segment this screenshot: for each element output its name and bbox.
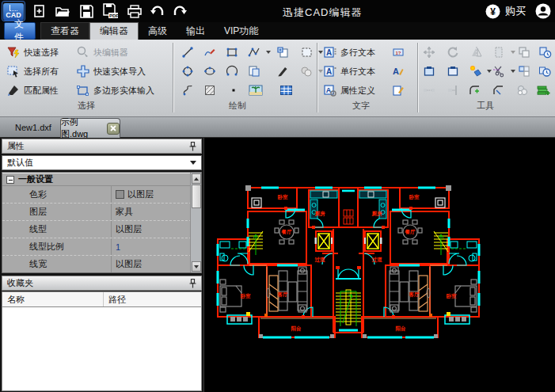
property-name: 线型比例 xyxy=(2,238,112,255)
draw-group-label: 绘制 xyxy=(229,100,246,112)
time-copy-button[interactable] xyxy=(538,44,552,60)
edit-text-button[interactable] xyxy=(391,82,405,98)
triangle-up-icon xyxy=(194,177,199,181)
dimension-button[interactable] xyxy=(422,82,436,98)
align-button[interactable] xyxy=(446,82,460,98)
multiline-text-button[interactable]: A 多行文本 xyxy=(323,44,375,60)
plus-cross-icon xyxy=(76,65,90,78)
scrollbar-thumb[interactable] xyxy=(192,185,201,208)
draw-pen-button[interactable] xyxy=(276,63,290,79)
print-button[interactable] xyxy=(124,2,145,21)
property-name: 图层 xyxy=(2,204,112,220)
menu-vip[interactable]: VIP功能 xyxy=(215,22,268,40)
draw-circle-button[interactable] xyxy=(181,63,195,79)
menu-output[interactable]: 输出 xyxy=(177,22,215,40)
singleline-text-button[interactable]: A 单行文本 xyxy=(323,63,375,79)
paste-special-button[interactable] xyxy=(446,63,460,79)
svg-text:A: A xyxy=(393,67,399,76)
save-as-pdf-button[interactable]: PDF xyxy=(100,2,120,21)
tab-close-button[interactable] xyxy=(107,123,120,135)
insert-image-button[interactable] xyxy=(249,82,263,98)
buy-button[interactable]: 购买 xyxy=(505,4,526,18)
user-account-icon[interactable] xyxy=(534,2,552,20)
draw-hatch-button[interactable] xyxy=(203,82,217,98)
insert-block-icon xyxy=(276,46,290,59)
move-tool-button[interactable] xyxy=(422,44,436,60)
property-category-row[interactable]: 一般设置 xyxy=(2,173,192,186)
draw-line-button[interactable] xyxy=(181,44,195,60)
text-style-button[interactable]: A xyxy=(391,63,405,79)
polygon-entity-input-button[interactable]: 多边形实体输入 xyxy=(76,82,154,98)
trim-button[interactable] xyxy=(492,63,515,79)
paste-button[interactable] xyxy=(422,63,436,79)
redo-button[interactable] xyxy=(169,2,190,21)
erase-button[interactable] xyxy=(468,63,492,79)
draw-arc-button[interactable] xyxy=(225,63,239,79)
room-label: 餐厅 xyxy=(281,229,293,235)
draw-rectangle-button[interactable] xyxy=(225,44,239,60)
properties-scrollbar[interactable] xyxy=(190,173,201,272)
mirror-tool-button[interactable] xyxy=(469,44,484,60)
attribute-define-icon: A xyxy=(323,84,337,97)
pin-icon[interactable] xyxy=(189,279,196,288)
rotate-tool-button[interactable] xyxy=(446,44,460,60)
pin-icon[interactable] xyxy=(189,142,196,151)
property-row-lineweight[interactable]: 线宽 以图层 xyxy=(2,256,192,273)
library-button[interactable] xyxy=(536,82,550,98)
match-properties-button[interactable]: 匹配属性 xyxy=(6,82,59,98)
draw-sketch-button[interactable] xyxy=(203,44,217,60)
time-view-button[interactable] xyxy=(538,63,552,79)
property-row-color[interactable]: 色彩 以图层 xyxy=(2,186,192,204)
group-button[interactable] xyxy=(517,63,531,79)
region-button[interactable] xyxy=(299,63,323,79)
open-file-button[interactable] xyxy=(52,2,73,21)
eraser-spark-icon xyxy=(468,65,482,78)
draw-polyline-button[interactable] xyxy=(247,44,271,60)
draw-boundary-button[interactable] xyxy=(299,44,323,60)
scroll-up-button[interactable] xyxy=(192,173,201,184)
attribute-define-button[interactable]: A 属性定义 xyxy=(323,82,375,98)
draw-ellipse-button[interactable] xyxy=(203,63,217,79)
draw-point-button[interactable] xyxy=(226,82,241,98)
preset-dropdown[interactable]: 默认值 xyxy=(2,155,202,170)
svg-text:PDF: PDF xyxy=(109,13,119,18)
offset-tool-button[interactable] xyxy=(492,44,515,60)
menu-file[interactable]: 文件 xyxy=(4,22,36,40)
undo-button[interactable] xyxy=(147,2,168,21)
tab-new1-dxf[interactable]: New1.dxf xyxy=(8,117,59,138)
new-file-button[interactable] xyxy=(29,2,49,21)
menu-advanced[interactable]: 高级 xyxy=(139,22,177,40)
select-all-button[interactable]: 选择所有 xyxy=(6,63,59,79)
column-header-name[interactable]: 名称 xyxy=(2,292,104,306)
chamfer-button[interactable] xyxy=(492,82,506,98)
numbering-button[interactable]: 1? xyxy=(391,44,405,60)
block-editor-button[interactable]: 块编辑器 xyxy=(76,44,128,60)
scroll-down-button[interactable] xyxy=(192,261,201,272)
property-row-layer[interactable]: 图层 家具 xyxy=(2,204,192,221)
room-label: 厨房 xyxy=(371,211,383,217)
printer-icon xyxy=(127,4,143,19)
favorites-list-empty[interactable] xyxy=(2,307,202,391)
draw-spline-button[interactable] xyxy=(181,82,195,98)
menu-viewer[interactable]: 查看器 xyxy=(40,22,89,40)
save-button[interactable] xyxy=(76,2,97,21)
copy-tool-button[interactable] xyxy=(517,44,531,60)
quick-select-button[interactable]: 快速选择 xyxy=(6,44,59,60)
quick-select-label: 快速选择 xyxy=(24,47,59,59)
property-row-linetype[interactable]: 线型 以图层 xyxy=(2,221,192,238)
insert-table-button[interactable] xyxy=(279,82,293,98)
drawing-canvas[interactable]: 卧室 厨房 餐厅 过道 客厅 卧室 阳台 卧室 厨房 餐厅 过道 客厅 卧室 阳… xyxy=(204,138,555,392)
property-value: 1 xyxy=(116,242,120,252)
quick-entity-import-button[interactable]: 快速实体导入 xyxy=(76,63,146,79)
column-header-path[interactable]: 路径 xyxy=(104,292,201,306)
fillet-button[interactable] xyxy=(468,82,482,98)
property-row-linetype-scale[interactable]: 线型比例 1 xyxy=(2,238,192,256)
room-label: 客厅 xyxy=(409,291,420,298)
tab-sample-dwg[interactable]: 示例图.dwg xyxy=(60,118,120,138)
blocks-button[interactable] xyxy=(515,82,530,98)
collapse-minus-icon[interactable] xyxy=(6,176,14,184)
menu-editor[interactable]: 编辑器 xyxy=(89,22,139,40)
copy-object-button[interactable] xyxy=(247,63,261,79)
insert-block-button[interactable] xyxy=(276,44,290,60)
dimension-icon xyxy=(422,84,436,97)
